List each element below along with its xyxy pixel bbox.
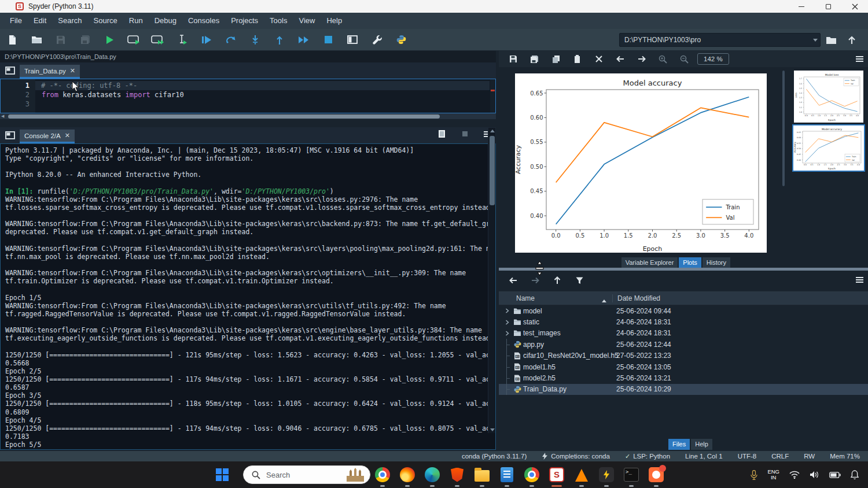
- tab-plots[interactable]: Plots: [679, 257, 701, 268]
- zoom-in-button[interactable]: [652, 51, 674, 67]
- browse-tabs-icon[interactable]: [0, 62, 20, 79]
- wifi-icon[interactable]: [789, 471, 800, 479]
- plots-options-icon[interactable]: [856, 55, 863, 63]
- copy-plot-button[interactable]: [545, 51, 567, 67]
- column-header-date-modified[interactable]: Date Modified: [612, 294, 868, 302]
- column-header-name[interactable]: Name: [499, 294, 612, 302]
- file-row-train-data-py[interactable]: Train_Data.py25-06-2024 10:29: [499, 384, 868, 395]
- speaker-icon[interactable]: [810, 471, 819, 479]
- step-return-button[interactable]: [267, 29, 292, 51]
- language-indicator[interactable]: ENGIN: [767, 469, 779, 480]
- menu-source[interactable]: Source: [88, 13, 123, 29]
- scrollbar-thumb[interactable]: [8, 114, 440, 119]
- menu-edit[interactable]: Edit: [28, 13, 52, 29]
- taskbar-postman[interactable]: [647, 465, 665, 484]
- battery-icon[interactable]: [829, 472, 841, 478]
- zoom-out-button[interactable]: [674, 51, 695, 67]
- maximize-pane-button[interactable]: [340, 29, 365, 51]
- save-all-plots-button[interactable]: [524, 51, 545, 67]
- taskbar-lightning-app[interactable]: [597, 465, 616, 484]
- editor-tab-train-data[interactable]: Train_Data.py ✕: [20, 65, 80, 79]
- close-button[interactable]: [841, 0, 868, 13]
- next-plot-button[interactable]: [631, 51, 652, 67]
- files-options-icon[interactable]: [856, 276, 863, 284]
- taskbar-notepad[interactable]: [498, 465, 516, 484]
- plot-thumbnail-loss[interactable]: 0.00.51.01.52.02.53.03.54.01.01.11.21.31…: [794, 71, 863, 123]
- console-vertical-scrollbar[interactable]: [488, 128, 495, 433]
- scroll-up-icon[interactable]: [490, 130, 495, 132]
- pane-splitter[interactable]: [499, 268, 868, 271]
- previous-plot-button[interactable]: [609, 51, 631, 67]
- file-row-test-images[interactable]: test_images24-06-2024 18:31: [499, 328, 868, 339]
- taskbar-search-box[interactable]: Search: [243, 465, 370, 484]
- menu-run[interactable]: Run: [123, 13, 149, 29]
- step-into-button[interactable]: [243, 29, 267, 51]
- taskbar-terminal[interactable]: >_: [622, 465, 641, 484]
- taskbar-edge[interactable]: [423, 465, 442, 484]
- menu-debug[interactable]: Debug: [149, 13, 182, 29]
- file-row-model2-h5[interactable]: 01model2.h525-06-2024 13:21: [499, 372, 868, 383]
- new-file-button[interactable]: [0, 29, 24, 51]
- run-file-button[interactable]: [97, 29, 122, 51]
- tab-files[interactable]: Files: [668, 439, 690, 450]
- file-row-app-py[interactable]: app.py25-06-2024 12:44: [499, 339, 868, 350]
- thumbnails-scrollbar[interactable]: [782, 71, 785, 186]
- open-file-button[interactable]: [24, 29, 49, 51]
- plot-thumbnail-accuracy-selected[interactable]: 0.00.51.01.52.02.53.03.54.00.400.450.500…: [792, 124, 865, 172]
- continue-button[interactable]: [292, 29, 316, 51]
- start-button[interactable]: [213, 465, 231, 484]
- menu-search[interactable]: Search: [52, 13, 87, 29]
- console-scrollbar-thumb[interactable]: [490, 136, 495, 205]
- editor-horizontal-scrollbar[interactable]: ◀: [0, 113, 496, 119]
- save-all-button[interactable]: [73, 29, 97, 51]
- new-console-icon[interactable]: [437, 130, 446, 138]
- file-row-cifar10-resnet20v1-model-h5[interactable]: 01cifar10_ResNet20v1_model.h527-05-2022 …: [499, 350, 868, 361]
- save-plot-button[interactable]: [502, 51, 524, 67]
- notifications-bell-icon[interactable]: [851, 470, 859, 479]
- working-directory-combobox[interactable]: D:\PYTHON\PY1003\pro: [619, 33, 821, 47]
- taskbar-spyder-active[interactable]: S: [547, 465, 566, 484]
- scroll-down-icon[interactable]: [490, 428, 495, 431]
- browse-consoles-icon[interactable]: [0, 127, 20, 143]
- microphone-icon[interactable]: [751, 470, 757, 480]
- code-line[interactable]: # -*- coding: utf-8 -*-: [35, 81, 490, 90]
- menu-projects[interactable]: Projects: [225, 13, 264, 29]
- taskbar-firefox[interactable]: [398, 465, 417, 484]
- preferences-button[interactable]: [365, 29, 389, 51]
- remove-all-plots-button[interactable]: [588, 51, 609, 67]
- debug-file-button[interactable]: [194, 29, 219, 51]
- maximize-button[interactable]: [815, 0, 841, 13]
- files-filter-button[interactable]: [568, 272, 590, 289]
- minimize-button[interactable]: [788, 0, 815, 13]
- menu-file[interactable]: File: [4, 13, 28, 29]
- remove-plot-button[interactable]: [567, 51, 588, 67]
- scroll-left-icon[interactable]: ◀: [1, 114, 4, 119]
- interrupt-kernel-icon[interactable]: [462, 131, 468, 136]
- editor-vertical-scrollbar[interactable]: [490, 79, 495, 113]
- file-row-static[interactable]: static24-06-2024 18:31: [499, 316, 868, 327]
- menu-help[interactable]: Help: [321, 13, 348, 29]
- tab-help[interactable]: Help: [691, 439, 712, 450]
- search-highlight-image[interactable]: [347, 468, 364, 482]
- expand-chevron-icon[interactable]: [505, 331, 509, 336]
- taskbar-vlc[interactable]: [572, 465, 591, 484]
- rerun-button[interactable]: [219, 29, 243, 51]
- expand-chevron-icon[interactable]: [505, 320, 509, 325]
- run-selection-button[interactable]: [170, 29, 194, 51]
- parent-directory-button[interactable]: [841, 33, 862, 47]
- taskbar-chrome-profile[interactable]: [523, 465, 541, 484]
- ipython-console[interactable]: Python 3.11.7 | packaged by Anaconda, In…: [0, 143, 496, 450]
- tab-history[interactable]: History: [703, 257, 730, 268]
- save-button[interactable]: [49, 29, 73, 51]
- close-tab-icon[interactable]: ✕: [70, 67, 75, 75]
- file-row-model1-h5[interactable]: 01model1.h525-06-2024 13:05: [499, 361, 868, 372]
- close-console-icon[interactable]: ✕: [65, 132, 70, 139]
- pythonpath-button[interactable]: [389, 29, 413, 51]
- menu-consoles[interactable]: Consoles: [182, 13, 225, 29]
- browse-directory-button[interactable]: [821, 33, 841, 47]
- run-cell-advance-button[interactable]: [146, 29, 170, 51]
- code-line[interactable]: from keras.datasets import cifar10: [36, 90, 490, 99]
- tab-variable-explorer[interactable]: Variable Explorer: [621, 257, 678, 268]
- code-line[interactable]: [36, 99, 490, 109]
- stop-button[interactable]: [316, 29, 340, 51]
